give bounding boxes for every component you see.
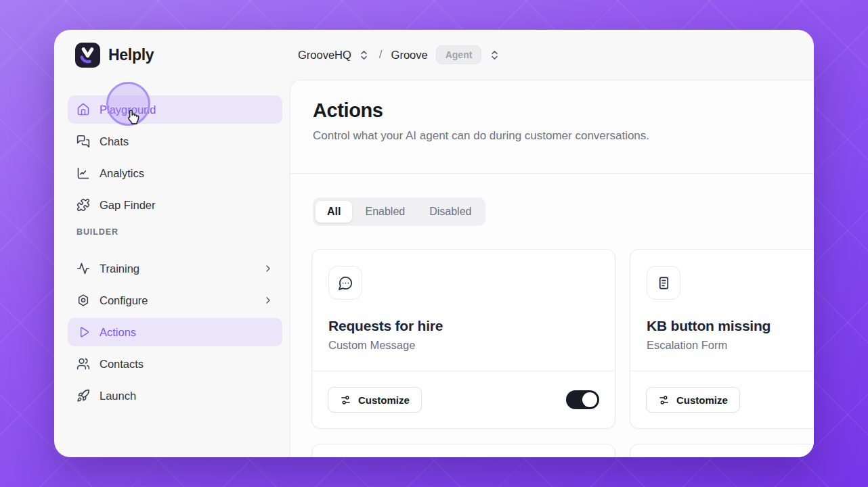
toggle-knob bbox=[582, 392, 597, 407]
agent-selector-icon[interactable] bbox=[488, 49, 500, 61]
page-header: Actions Control what your AI agent can d… bbox=[290, 80, 814, 143]
filter-tabs: All Enabled Disabled bbox=[313, 198, 485, 226]
sidebar: Playground Chats Analytics Gap Finder bbox=[54, 80, 290, 457]
sidebar-item-label: Configure bbox=[100, 294, 148, 307]
puzzle-icon bbox=[77, 198, 90, 212]
brand: Helply bbox=[75, 30, 154, 80]
card-body: Requests for hire Custom Message bbox=[312, 250, 615, 368]
sidebar-item-launch[interactable]: Launch bbox=[68, 381, 282, 410]
customize-button[interactable]: Customize bbox=[646, 387, 740, 413]
customize-label: Customize bbox=[358, 394, 410, 406]
workspace-name[interactable]: GrooveHQ bbox=[298, 49, 351, 62]
sidebar-section-builder: BUILDER bbox=[77, 227, 282, 238]
sidebar-item-contacts[interactable]: Contacts bbox=[68, 350, 282, 378]
page-title: Actions bbox=[313, 99, 787, 122]
helply-logo-icon bbox=[75, 43, 100, 68]
sidebar-item-analytics[interactable]: Analytics bbox=[68, 159, 282, 187]
topbar: Helply GrooveHQ / Groove Agent bbox=[54, 30, 814, 80]
sidebar-item-playground[interactable]: Playground bbox=[68, 95, 282, 124]
play-icon bbox=[77, 325, 90, 339]
message-dots-icon bbox=[328, 266, 362, 300]
home-icon bbox=[77, 103, 90, 116]
form-document-icon bbox=[647, 266, 680, 300]
action-card-partial bbox=[311, 444, 615, 457]
app-title: Helply bbox=[108, 46, 154, 64]
tab-disabled[interactable]: Disabled bbox=[418, 201, 483, 223]
chat-bubbles-icon bbox=[77, 135, 90, 148]
header-divider bbox=[290, 173, 814, 174]
customize-label: Customize bbox=[676, 394, 728, 406]
card-type: Escalation Form bbox=[647, 339, 814, 352]
sidebar-item-gap-finder[interactable]: Gap Finder bbox=[68, 191, 282, 219]
card-title: KB button missing bbox=[647, 318, 814, 334]
card-type: Custom Message bbox=[328, 339, 599, 352]
sidebar-item-label: Contacts bbox=[100, 358, 144, 371]
action-card-requests-for-hire: Requests for hire Custom Message Customi… bbox=[311, 249, 615, 429]
app-window: Helply GrooveHQ / Groove Agent bbox=[54, 30, 814, 457]
card-footer: Customize bbox=[312, 371, 615, 428]
sidebar-item-actions[interactable]: Actions bbox=[68, 318, 282, 346]
customize-button[interactable]: Customize bbox=[328, 387, 422, 413]
tab-all[interactable]: All bbox=[316, 201, 352, 223]
action-card-kb-button-missing: KB button missing Escalation Form Custom… bbox=[630, 249, 814, 429]
agent-badge: Agent bbox=[436, 45, 482, 64]
sidebar-item-label: Analytics bbox=[100, 167, 144, 180]
chevron-right-icon bbox=[263, 295, 274, 306]
project-name[interactable]: Groove bbox=[391, 49, 428, 62]
breadcrumb: GrooveHQ / Groove Agent bbox=[298, 30, 500, 80]
sidebar-item-label: Gap Finder bbox=[100, 199, 156, 212]
page-subtitle: Control what your AI agent can do during… bbox=[313, 129, 787, 143]
action-card-partial bbox=[630, 444, 814, 457]
card-footer: Customize bbox=[630, 371, 814, 428]
enable-toggle[interactable] bbox=[566, 390, 599, 409]
rocket-icon bbox=[77, 389, 90, 402]
users-icon bbox=[77, 357, 90, 371]
sidebar-item-label: Training bbox=[100, 262, 139, 275]
sidebar-item-configure[interactable]: Configure bbox=[68, 286, 282, 315]
workspace-selector-icon[interactable] bbox=[358, 49, 370, 61]
sidebar-item-label: Launch bbox=[100, 390, 136, 402]
sidebar-item-training[interactable]: Training bbox=[68, 254, 282, 283]
activity-icon bbox=[77, 262, 90, 275]
tab-enabled[interactable]: Enabled bbox=[353, 201, 416, 223]
sliders-icon bbox=[340, 394, 351, 406]
sidebar-item-label: Playground bbox=[100, 103, 156, 116]
chevron-right-icon bbox=[263, 263, 274, 274]
card-title: Requests for hire bbox=[328, 318, 599, 334]
main-panel: Actions Control what your AI agent can d… bbox=[290, 80, 814, 457]
sidebar-item-chats[interactable]: Chats bbox=[68, 127, 282, 156]
sidebar-item-label: Chats bbox=[100, 135, 129, 148]
card-body: KB button missing Escalation Form bbox=[630, 250, 814, 368]
desktop-background: Helply GrooveHQ / Groove Agent bbox=[0, 0, 868, 487]
line-chart-icon bbox=[77, 166, 90, 180]
sliders-icon bbox=[658, 394, 670, 406]
sidebar-item-label: Actions bbox=[100, 326, 136, 339]
breadcrumb-separator: / bbox=[379, 48, 383, 62]
settings-hex-icon bbox=[77, 294, 90, 307]
